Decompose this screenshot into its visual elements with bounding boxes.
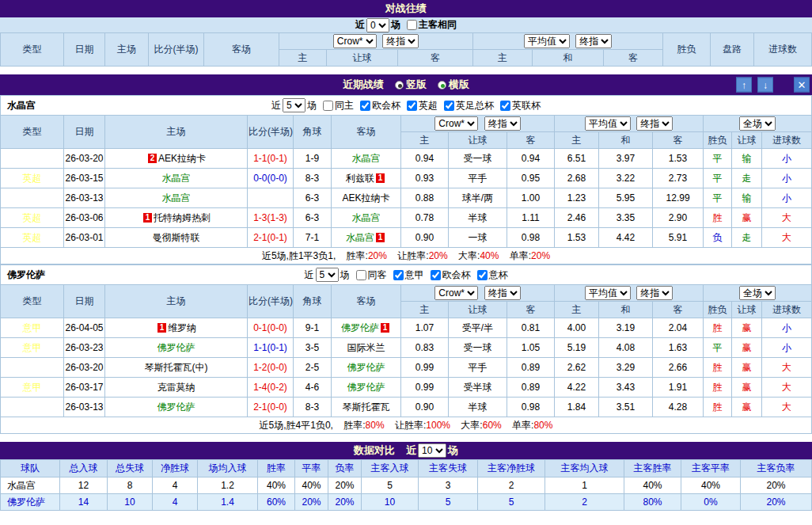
- sub-handicap: 让球: [327, 50, 398, 67]
- home-team-cell[interactable]: 水晶宫: [105, 169, 248, 188]
- compare-header: 胜率: [258, 460, 295, 477]
- odds-company-select[interactable]: Crow*: [333, 34, 377, 48]
- compare-value: 14: [60, 494, 108, 511]
- avg-odds-select[interactable]: 平均值: [524, 34, 570, 48]
- fullmatch-select[interactable]: 全场: [739, 116, 776, 131]
- home-team-cell[interactable]: 1维罗纳: [105, 318, 248, 338]
- avg-odds-select[interactable]: 平均值: [585, 286, 631, 300]
- spacer: [0, 67, 812, 74]
- avg-draw-cell: 3.97: [599, 149, 653, 169]
- sub-away: 客: [398, 50, 473, 67]
- league-filter-checkbox[interactable]: [500, 101, 510, 111]
- away-team-cell[interactable]: 佛罗伦萨: [332, 358, 401, 378]
- league-filter-checkbox[interactable]: [407, 101, 417, 111]
- league-filter-checkbox[interactable]: [431, 270, 441, 280]
- handicap-result-cell: 赢: [732, 338, 762, 358]
- odds-handicap-cell: 受平/半: [449, 318, 507, 338]
- home-team-cell[interactable]: 琴斯托霍瓦(中): [105, 358, 248, 378]
- odds-company-group: Crow* 终指: [401, 285, 555, 302]
- home-team-cell[interactable]: 水晶宫: [105, 188, 248, 208]
- avg-odds-select[interactable]: 平均值: [585, 116, 631, 131]
- compare-team-cell[interactable]: 水晶宫: [1, 477, 60, 494]
- stat-label: 大率:: [461, 420, 482, 431]
- match-row: 意甲 26-04-05 1维罗纳 0-1(0-0) 9-1 佛罗伦萨1 1.07…: [1, 318, 812, 338]
- horizontal-layout-radio[interactable]: [438, 81, 446, 89]
- odds-company-select[interactable]: Crow*: [434, 286, 478, 300]
- home-team-cell[interactable]: 1托特纳姆热刺: [105, 208, 248, 228]
- league-filter-label: 英足总杯: [456, 99, 494, 112]
- same-home-checkbox[interactable]: [323, 101, 333, 111]
- stat-label: 单率:: [512, 420, 533, 431]
- compare-value: 8: [108, 477, 153, 494]
- away-team-name: 利兹联: [346, 173, 374, 184]
- compare-near-select[interactable]: 10: [418, 443, 446, 458]
- league-filter-checkbox[interactable]: [444, 101, 454, 111]
- home-team-cell[interactable]: 佛罗伦萨: [105, 338, 248, 358]
- odds-handicap-cell: 球半/两: [449, 188, 507, 208]
- avg-final-select[interactable]: 终指: [575, 34, 612, 48]
- away-team-cell[interactable]: 琴斯托霍瓦: [332, 398, 401, 417]
- stat-value: 20%: [368, 250, 387, 261]
- same-away-checkbox[interactable]: [356, 270, 366, 280]
- sub-draw: 和: [599, 132, 653, 149]
- home-team-cell[interactable]: 曼彻斯特联: [105, 228, 248, 248]
- away-team-cell[interactable]: 佛罗伦萨: [332, 378, 401, 398]
- result-cell: 胜: [704, 378, 732, 398]
- move-up-button[interactable]: ↑: [736, 78, 752, 93]
- away-team-cell[interactable]: 佛罗伦萨1: [332, 318, 401, 338]
- odds-away-cell: 0.89: [507, 358, 555, 378]
- move-down-button[interactable]: ↓: [757, 78, 773, 93]
- compare-team-cell[interactable]: 佛罗伦萨: [1, 494, 60, 511]
- date-cell: 26-03-17: [64, 378, 105, 398]
- compare-header: 总失球: [108, 460, 153, 477]
- compare-value: 0%: [681, 494, 741, 511]
- avg-final-select[interactable]: 终指: [636, 116, 673, 131]
- same-venue-checkbox[interactable]: [407, 20, 417, 30]
- vertical-layout-radio[interactable]: [395, 81, 404, 89]
- compare-value: 5: [419, 494, 478, 511]
- away-team-cell[interactable]: 水晶宫1: [332, 228, 401, 248]
- h2h-near-select[interactable]: 0: [366, 18, 389, 32]
- league-cell: 欧会杯: [1, 398, 64, 417]
- close-button[interactable]: ✕: [794, 78, 810, 93]
- league-filter-checkbox[interactable]: [360, 101, 370, 111]
- odds-company-select[interactable]: Crow*: [434, 116, 478, 131]
- col-goals: 进球数: [754, 33, 812, 67]
- team-near-select[interactable]: 5: [316, 268, 339, 282]
- away-team-cell[interactable]: 水晶宫: [332, 208, 401, 228]
- avg-final-select[interactable]: 终指: [636, 286, 673, 300]
- odds-final-select[interactable]: 终指: [484, 286, 521, 300]
- compare-value: 20%: [328, 477, 362, 494]
- home-team-name: AEK拉纳卡: [158, 153, 206, 164]
- compare-header: 主客负率: [741, 460, 812, 477]
- league-cell: 意甲: [1, 378, 64, 398]
- away-team-cell[interactable]: 水晶宫: [332, 149, 401, 169]
- result-cell: 平: [704, 338, 732, 358]
- sub-home: 主: [401, 302, 449, 318]
- date-cell: 26-03-23: [64, 338, 105, 358]
- league-filter-checkbox[interactable]: [393, 270, 404, 280]
- fullmatch-select[interactable]: 全场: [739, 286, 776, 300]
- home-team-cell[interactable]: 2AEK拉纳卡: [105, 149, 248, 169]
- h2h-table: 类型 日期 主场 比分(半场) 客场 Crow* 终指 平均值 终指 胜负 盘路…: [0, 32, 812, 67]
- league-filter-checkbox[interactable]: [477, 270, 488, 280]
- col-home: 主场: [105, 116, 248, 149]
- compare-value: 40%: [681, 477, 741, 494]
- odds-handicap-cell: 受一球: [449, 338, 507, 358]
- home-team-cell[interactable]: 佛罗伦萨: [105, 398, 248, 417]
- odds-final-select[interactable]: 终指: [382, 34, 419, 48]
- away-team-cell[interactable]: 国际米兰: [332, 338, 401, 358]
- odds-final-select[interactable]: 终指: [484, 116, 521, 131]
- away-team-name: 水晶宫: [346, 232, 374, 243]
- handicap-result-cell: 赢: [732, 378, 762, 398]
- col-away: 客场: [332, 285, 401, 318]
- away-team-cell[interactable]: 利兹联1: [332, 169, 401, 188]
- team-near-select[interactable]: 5: [283, 98, 305, 112]
- league-filter-label: 欧会杯: [372, 99, 400, 112]
- goals-cell: 大: [762, 378, 812, 398]
- away-team-cell[interactable]: AEK拉纳卡: [332, 188, 401, 208]
- stat-value: 80%: [533, 420, 552, 431]
- home-team-cell[interactable]: 克雷莫纳: [105, 378, 248, 398]
- stat-value: 100%: [426, 420, 450, 431]
- odds-handicap-cell: 平手: [449, 358, 507, 378]
